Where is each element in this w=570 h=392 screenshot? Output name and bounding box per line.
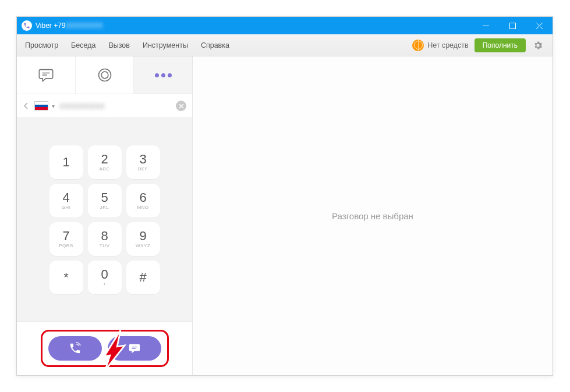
app-icon [22,20,32,31]
rounded-square-icon [97,67,113,83]
dialpad-key-number: 8 [101,230,108,243]
dialpad-key-letters: WXYZ [136,243,150,248]
dialpad-key-3[interactable]: 3DEF [126,145,160,179]
dialpad-key-2[interactable]: 2ABC [88,145,122,179]
maximize-button[interactable] [499,17,526,34]
app-body: ▾ XXXXXXXXX 12ABC3DEF4GHI5JKL6MNO7PQRS8T… [17,56,553,375]
dialpad-key-letters: TUV [100,243,110,248]
main-content: Разговор не выбран [193,56,553,375]
dialpad-key-letters: + [103,281,106,287]
dialpad-key-number: 6 [139,191,146,204]
dialpad-key-number: 0 [101,268,108,281]
more-dots-icon [155,73,172,77]
dialpad-key-number: 7 [62,230,69,243]
topup-button[interactable]: Пополнить [475,38,526,52]
flag-caret-icon[interactable]: ▾ [52,103,55,109]
dialpad-key-letters: ABC [100,166,110,172]
menubar: Просмотр Беседа Вызов Инструменты Справк… [17,34,553,56]
coin-icon [412,40,424,51]
minimize-button[interactable] [472,17,499,34]
dialpad-key-letters: PQRS [59,243,73,248]
sidebar-tabs [17,56,192,94]
dialpad-key-number: 1 [62,156,69,169]
tab-more[interactable] [134,56,192,94]
app-window: Viber +79XXXXXXXX Просмотр Беседа Вызов … [16,16,553,376]
dialpad-key-number: 2 [101,153,108,166]
dialpad-key-7[interactable]: 7PQRS [49,222,83,256]
dialpad-key-1[interactable]: 1 [49,145,83,179]
empty-state-label: Разговор не выбран [332,211,413,221]
svg-rect-2 [101,72,108,79]
call-actions-row [17,322,192,375]
balance-label: Нет средств [427,41,469,49]
dialpad-key-number: 3 [139,153,146,166]
phone-icon [69,342,82,355]
phone-number-display[interactable]: XXXXXXXXX [59,102,171,111]
dialpad-key-9[interactable]: 9WXYZ [126,222,160,256]
phone-prefix: +79 [54,22,65,30]
dialpad-key-0[interactable]: 0+ [88,261,122,294]
message-icon [128,342,141,355]
sidebar: ▾ XXXXXXXXX 12ABC3DEF4GHI5JKL6MNO7PQRS8T… [17,56,193,375]
dialpad: 12ABC3DEF4GHI5JKL6MNO7PQRS8TUV9WXYZ*0+# [17,118,192,322]
dialpad-key-letters: DEF [138,166,148,172]
phone-masked: XXXXXXXX [66,22,103,30]
menu-chat[interactable]: Беседа [71,41,95,49]
country-flag[interactable] [34,101,48,111]
dialpad-key-5[interactable]: 5JKL [88,184,122,218]
window-controls [472,17,553,34]
balance-indicator[interactable]: Нет средств [412,40,469,51]
dialpad-key-number: 4 [62,191,69,204]
chat-bubble-icon [38,67,54,83]
dialpad-key-letters: JKL [100,205,109,210]
settings-button[interactable] [532,39,544,52]
dialpad-key-4[interactable]: 4GHI [49,184,83,218]
window-title: Viber +79XXXXXXXX [36,22,472,30]
svg-rect-0 [509,23,515,28]
dialpad-key-8[interactable]: 8TUV [88,222,122,256]
chevron-left-icon[interactable] [23,102,30,109]
dialpad-key-6[interactable]: 6MNO [126,184,160,218]
menu-view[interactable]: Просмотр [25,41,58,49]
dialpad-key-letters: MNO [137,205,148,210]
app-name-label: Viber [36,22,52,30]
dialpad-key-letters: GHI [62,205,71,210]
action-highlight-box [41,330,169,367]
voice-call-button[interactable] [48,336,102,361]
dialpad-key-number: * [63,271,69,284]
close-button[interactable] [526,17,553,34]
menu-tools[interactable]: Инструменты [143,41,188,49]
message-button[interactable] [108,336,161,361]
dialpad-key-*[interactable]: * [49,261,83,294]
clear-number-button[interactable] [176,101,186,111]
menu-call[interactable]: Вызов [108,41,130,49]
dialpad-key-number: # [139,271,146,284]
titlebar: Viber +79XXXXXXXX [17,17,553,34]
dialpad-key-number: 9 [139,230,146,243]
tab-chats[interactable] [17,56,76,94]
menu-help[interactable]: Справка [201,41,229,49]
dialpad-key-#[interactable]: # [126,261,160,294]
number-input-row: ▾ XXXXXXXXX [17,94,192,118]
svg-rect-1 [98,69,111,81]
dialpad-key-number: 5 [101,191,108,204]
tab-contacts[interactable] [76,56,134,94]
